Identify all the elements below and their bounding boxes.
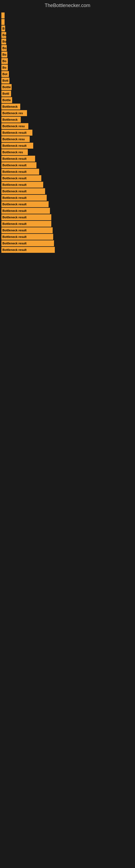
bar-row: Bottleneck result: [0, 130, 135, 135]
bottleneck-bar: Bottleneck result: [1, 169, 39, 175]
bottleneck-bar: Bottleneck result: [1, 162, 37, 168]
bar-row: Bottleneck resu: [0, 136, 135, 142]
bottleneck-bar: Bottleneck result: [1, 130, 32, 135]
bar-row: Bo: [0, 65, 135, 70]
bottleneck-bar: Bo: [1, 65, 8, 70]
bar-row: Bottleneck result: [0, 156, 135, 162]
bottleneck-bar: Bottleneck result: [1, 240, 54, 246]
bar-row: Bottleneck: [0, 117, 135, 123]
bottleneck-bar: Bo: [1, 38, 6, 44]
bar-row: Bottleneck result: [0, 221, 135, 227]
bottleneck-bar: Bottleneck result: [1, 195, 47, 201]
bar-row: Bottleneck result: [0, 240, 135, 246]
bar-row: Bo: [0, 32, 135, 38]
bar-row: Bottleneck result: [0, 188, 135, 194]
site-title: TheBottlenecker.com: [0, 0, 135, 10]
bar-row: Bottleneck result: [0, 162, 135, 168]
bottleneck-bar: Bottle: [1, 84, 12, 90]
bottleneck-bar: [1, 19, 5, 25]
bar-row: Bot: [0, 71, 135, 77]
bar-row: Bo: [0, 58, 135, 64]
bottleneck-bar: Bottleneck result: [1, 221, 51, 227]
bottleneck-bar: Bo: [1, 52, 7, 58]
bar-row: Bottleneck result: [0, 195, 135, 201]
bar-row: Bottleneck res: [0, 110, 135, 116]
bars-container: BBoBoBoBoBoBoBotBottBottleBottlBottleBot…: [0, 10, 135, 259]
bottleneck-bar: Bottleneck result: [1, 208, 50, 214]
bottleneck-bar: Bottleneck result: [1, 156, 35, 162]
bottleneck-bar: Bottleneck: [1, 117, 21, 123]
bar-row: [0, 19, 135, 25]
bar-row: Bottleneck result: [0, 247, 135, 253]
bar-row: Bottleneck result: [0, 214, 135, 220]
bar-row: Bo: [0, 38, 135, 44]
bottleneck-bar: Bottleneck: [1, 104, 20, 110]
bottleneck-bar: Bottleneck result: [1, 234, 53, 240]
bar-row: Bottleneck resu: [0, 123, 135, 129]
bottleneck-bar: Bottl: [1, 91, 11, 97]
bar-row: Bottle: [0, 84, 135, 90]
bottleneck-bar: Bo: [1, 32, 6, 38]
bottleneck-bar: Bottleneck res: [1, 110, 27, 116]
bottleneck-bar: Bottleneck res: [1, 149, 28, 155]
bottleneck-bar: Bot: [1, 71, 9, 77]
bar-row: Bottleneck res: [0, 149, 135, 155]
bottleneck-bar: Bottleneck resu: [1, 123, 28, 129]
bottleneck-bar: Bottleneck result: [1, 182, 43, 188]
bottleneck-bar: Bottleneck result: [1, 143, 33, 149]
bar-row: B: [0, 26, 135, 31]
bar-row: Bottle: [0, 97, 135, 103]
bottleneck-bar: Bottleneck result: [1, 247, 55, 253]
bottleneck-bar: Bottleneck result: [1, 175, 41, 181]
bar-row: Bottleneck result: [0, 182, 135, 188]
bottleneck-bar: B: [1, 26, 5, 31]
bottleneck-bar: Bottleneck result: [1, 227, 53, 233]
bar-row: Bottleneck result: [0, 227, 135, 233]
bar-row: Bottleneck result: [0, 234, 135, 240]
bar-row: Bo: [0, 45, 135, 51]
bottleneck-bar: Bo: [1, 58, 8, 64]
bar-row: Bo: [0, 52, 135, 58]
bottleneck-bar: Bottleneck result: [1, 214, 51, 220]
bottleneck-bar: Bo: [1, 45, 7, 51]
bottleneck-bar: [1, 12, 5, 19]
bar-row: Bott: [0, 78, 135, 84]
bottleneck-bar: Bottle: [1, 97, 12, 103]
bar-row: Bottleneck result: [0, 143, 135, 149]
bar-row: Bottleneck result: [0, 169, 135, 175]
bottleneck-bar: Bottleneck result: [1, 188, 45, 194]
bar-row: Bottleneck result: [0, 208, 135, 214]
bottleneck-bar: Bott: [1, 78, 9, 84]
bar-row: [0, 12, 135, 19]
bar-row: Bottleneck: [0, 104, 135, 110]
bar-row: Bottl: [0, 91, 135, 97]
bottleneck-bar: Bottleneck resu: [1, 136, 30, 142]
bar-row: Bottleneck result: [0, 175, 135, 181]
bottleneck-bar: Bottleneck result: [1, 201, 49, 207]
bar-row: Bottleneck result: [0, 201, 135, 207]
